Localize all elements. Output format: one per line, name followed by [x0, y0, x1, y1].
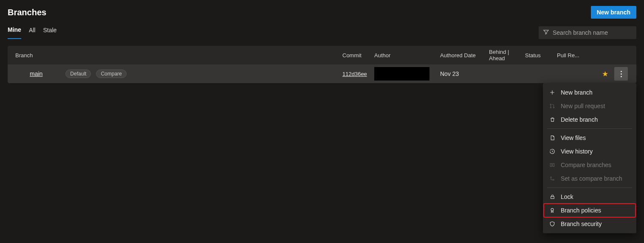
svg-point-3	[550, 104, 551, 105]
menu-label: Branch security	[561, 221, 602, 227]
compare-icon	[549, 162, 556, 168]
menu-label: Delete branch	[561, 116, 598, 123]
menu-label: New pull request	[561, 103, 605, 109]
col-status: Status	[525, 52, 557, 59]
tab-all[interactable]: All	[29, 27, 36, 39]
plus-icon	[549, 89, 556, 95]
menu-label: New branch	[561, 89, 593, 96]
tab-bar: Mine All Stale	[8, 26, 56, 39]
tab-mine[interactable]: Mine	[8, 26, 21, 39]
menu-new-pull-request: New pull request	[543, 99, 636, 113]
compare-set-icon	[549, 176, 556, 182]
table-header: Branch Commit Author Authored Date Behin…	[8, 46, 636, 64]
col-author: Author	[374, 52, 440, 59]
menu-label: Branch policies	[561, 207, 601, 214]
menu-branch-policies[interactable]: Branch policies	[544, 204, 636, 217]
branch-icon	[15, 71, 25, 77]
col-pull-request: Pull Re...	[557, 52, 582, 59]
search-input[interactable]	[553, 29, 632, 36]
svg-point-4	[550, 107, 551, 108]
menu-label: Compare branches	[561, 162, 611, 168]
menu-separator	[547, 187, 632, 188]
page-title: Branches	[8, 8, 46, 17]
menu-lock[interactable]: Lock	[543, 190, 636, 204]
file-icon	[549, 135, 556, 141]
svg-point-11	[551, 208, 554, 211]
menu-delete-branch[interactable]: Delete branch	[543, 113, 636, 126]
tab-stale[interactable]: Stale	[43, 27, 56, 39]
search-box[interactable]	[539, 26, 636, 39]
menu-view-history[interactable]: View history	[543, 145, 636, 158]
policies-icon	[549, 207, 556, 213]
menu-branch-security[interactable]: Branch security	[543, 217, 636, 231]
menu-label: Lock	[561, 193, 573, 200]
kebab-icon	[621, 71, 622, 77]
menu-set-compare-branch: Set as compare branch	[543, 172, 636, 185]
new-branch-button[interactable]: New branch	[591, 6, 636, 19]
authored-date: Nov 23	[440, 70, 489, 77]
history-icon	[549, 148, 556, 154]
compare-pill: Compare	[96, 70, 126, 78]
col-authored-date: Authored Date	[440, 52, 489, 59]
commit-link[interactable]: 112d36ee	[342, 71, 367, 77]
trash-icon	[549, 117, 556, 123]
menu-label: Set as compare branch	[561, 175, 622, 182]
col-behind-ahead: Behind | Ahead	[489, 49, 525, 61]
default-pill: Default	[65, 70, 91, 78]
svg-rect-10	[551, 196, 554, 198]
author-redacted	[374, 67, 429, 81]
menu-new-branch[interactable]: New branch	[543, 86, 636, 99]
svg-point-8	[551, 177, 551, 178]
more-actions-button[interactable]	[614, 67, 628, 81]
branch-name-link[interactable]: main	[30, 70, 42, 77]
col-branch: Branch	[15, 52, 342, 59]
table-row: main Default Compare 112d36ee Nov 23 ★	[8, 64, 636, 83]
menu-label: View files	[561, 134, 586, 141]
pull-request-icon	[549, 103, 556, 109]
shield-icon	[549, 221, 556, 227]
svg-point-9	[553, 179, 554, 180]
branch-context-menu: New branch New pull request Delete branc…	[543, 83, 636, 233]
col-commit: Commit	[342, 52, 374, 59]
svg-rect-7	[553, 164, 554, 167]
svg-rect-6	[550, 164, 552, 167]
favorite-star-icon[interactable]: ★	[602, 70, 608, 78]
menu-label: View history	[561, 148, 593, 155]
filter-icon	[543, 29, 549, 36]
menu-separator	[547, 128, 632, 129]
menu-view-files[interactable]: View files	[543, 131, 636, 145]
svg-point-5	[553, 107, 554, 108]
menu-compare-branches: Compare branches	[543, 158, 636, 172]
lock-icon	[549, 194, 556, 200]
